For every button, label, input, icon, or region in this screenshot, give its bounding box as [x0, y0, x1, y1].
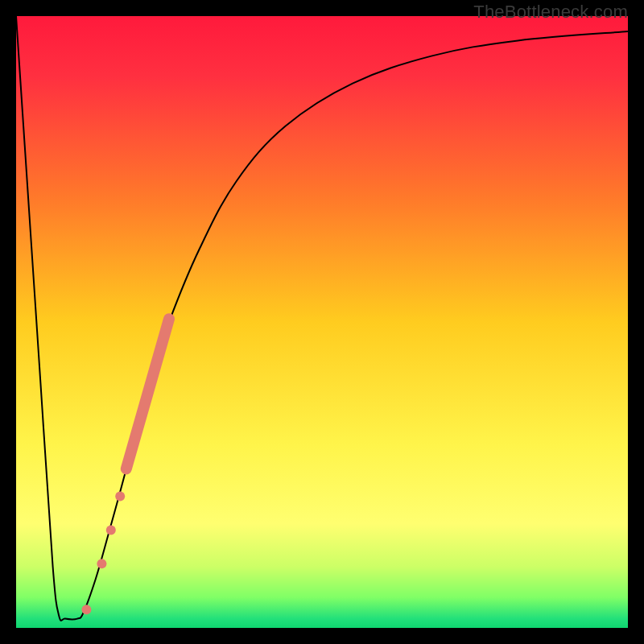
chart-frame: TheBottleneck.com [0, 0, 644, 644]
dot-4 [115, 492, 125, 502]
dot-2 [97, 559, 106, 568]
watermark-text: TheBottleneck.com [473, 2, 628, 23]
dot-3 [106, 525, 116, 535]
dot-1 [81, 605, 91, 614]
chart-canvas [16, 16, 628, 628]
